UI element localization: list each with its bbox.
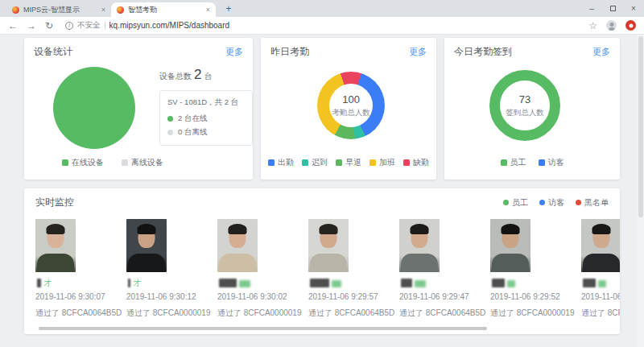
photo-hair <box>592 224 611 234</box>
vertical-scrollbar-thumb[interactable] <box>638 36 643 217</box>
photo-hair <box>229 224 247 234</box>
more-link[interactable]: 更多 <box>592 46 610 58</box>
legend-item[interactable]: 加班 <box>369 157 395 168</box>
extension-badge-icon[interactable] <box>625 20 636 31</box>
panel-realtime-monitor: 实时监控 员工访客黑名单 才 2019-11-06 9:30:07 通过了 8C… <box>24 188 620 334</box>
legend-label: 离线设备 <box>131 157 163 168</box>
legend-swatch <box>369 159 376 166</box>
capture-timestamp: 2019-11-06 9:30:02 <box>217 292 298 301</box>
pass-device-text: 通过了 8CFCA0000019 <box>126 308 207 319</box>
horizontal-scrollbar[interactable] <box>39 327 487 330</box>
info-icon[interactable]: i <box>65 22 73 30</box>
legend-swatch <box>539 159 545 166</box>
legend-swatch <box>62 159 68 166</box>
person-photo <box>217 219 258 272</box>
photo-shoulders <box>128 254 165 272</box>
legend-label: 早退 <box>345 157 361 168</box>
legend-item[interactable]: 访客 <box>539 197 564 209</box>
legend-swatch <box>503 200 509 205</box>
legend-item[interactable]: 在线设备 <box>62 157 104 168</box>
pass-device-text: 通过了 8CFCA0000019 <box>217 308 298 319</box>
capture-card: 2019-11-06 9:30:02 通过了 8CFCA0000019 <box>217 219 298 319</box>
device-total-unit: 台 <box>204 72 212 81</box>
more-link[interactable]: 更多 <box>409 46 427 58</box>
pass-device-text: 通过了 8CFCA0000019 <box>490 308 571 319</box>
person-name-text: 才 <box>43 279 52 287</box>
legend-swatch <box>336 159 342 166</box>
photo-hair <box>47 224 65 234</box>
site-favicon <box>12 6 19 14</box>
tab-smart-attendance[interactable]: 智慧考勤 × <box>111 2 216 17</box>
panel-header: 今日考勤签到 更多 <box>444 38 620 60</box>
legend-label: 访客 <box>548 157 564 168</box>
legend-item[interactable]: 黑名单 <box>576 197 609 209</box>
tab-title: 智慧考勤 <box>128 5 203 15</box>
address-bar[interactable]: i 不安全 kq.mipsyun.com/MIPS/dashboard <box>65 20 229 31</box>
panel-title: 昨日考勤 <box>270 45 309 59</box>
browser-toolbar: ← → ↻ i 不安全 kq.mipsyun.com/MIPS/dashboar… <box>0 17 644 35</box>
legend-item[interactable]: 早退 <box>336 157 361 168</box>
toolbar-right: ☆ <box>588 20 636 31</box>
person-name: 才 <box>126 277 207 287</box>
status-dot-icon <box>167 130 173 135</box>
reload-button[interactable]: ↻ <box>45 21 53 31</box>
legend-item[interactable]: 迟到 <box>302 157 328 168</box>
device-total-value: 2 <box>194 67 201 82</box>
vertical-scrollbar-track[interactable] <box>637 35 644 347</box>
tab-close-icon[interactable]: × <box>101 6 105 14</box>
legend-swatch <box>268 159 275 166</box>
site-favicon <box>117 6 124 14</box>
photo-shoulders <box>310 254 347 272</box>
tab-title: MIPS云-智慧显示 <box>23 5 98 15</box>
close-button[interactable]: × <box>623 0 644 17</box>
legend-item[interactable]: 离线设备 <box>122 157 163 168</box>
name-redaction-blur-green <box>598 280 606 287</box>
capture-card-list: 才 2019-11-06 9:30:07 通过了 8CFCA0064B5D 才 … <box>24 211 620 319</box>
legend-item[interactable]: 缺勤 <box>403 157 429 168</box>
legend-item[interactable]: 出勤 <box>268 157 294 168</box>
name-redaction-blur <box>219 279 237 287</box>
profile-avatar-icon[interactable] <box>606 20 617 31</box>
name-redaction-blur-green <box>507 280 515 287</box>
maximize-button[interactable] <box>602 0 623 17</box>
legend-item[interactable]: 访客 <box>539 157 564 168</box>
device-status-row: 2 台在线 <box>167 114 245 124</box>
status-label: 0 台离线 <box>178 127 207 138</box>
legend-label: 缺勤 <box>413 157 429 168</box>
more-link[interactable]: 更多 <box>225 46 243 58</box>
name-redaction-blur <box>310 279 329 287</box>
name-redaction-blur <box>492 279 505 287</box>
back-button[interactable]: ← <box>8 21 18 31</box>
tab-close-icon[interactable]: × <box>206 6 210 14</box>
panel-title: 设备统计 <box>34 45 72 59</box>
device-legend: 在线设备离线设备 <box>24 157 201 168</box>
person-name <box>399 277 480 287</box>
photo-hair <box>502 224 520 234</box>
forward-button[interactable]: → <box>27 21 36 31</box>
photo-shoulders <box>401 254 438 272</box>
signin-legend: 员工访客 <box>444 157 620 168</box>
legend-swatch <box>302 159 308 166</box>
bookmark-star-icon[interactable]: ☆ <box>588 20 597 31</box>
name-redaction-blur-green <box>332 280 341 287</box>
capture-card: 才 2019-11-06 9:30:12 通过了 8CFCA0000019 <box>126 219 207 319</box>
person-name <box>217 277 298 287</box>
new-tab-button[interactable]: + <box>222 3 235 14</box>
capture-card: 才 2019-11-06 9:30:07 通过了 8CFCA0064B5D <box>35 219 116 319</box>
device-model-line: SV - 1081D，共 2 台 <box>167 97 245 108</box>
minimize-button[interactable]: – <box>581 0 602 17</box>
attendance-total-label: 考勤总人数 <box>317 108 385 118</box>
capture-card: 2019-11-06 通过了 8CF <box>581 219 620 319</box>
person-photo <box>35 219 76 272</box>
person-name <box>308 277 389 287</box>
tab-mips-display[interactable]: MIPS云-智慧显示 × <box>6 2 111 17</box>
tab-bar: MIPS云-智慧显示 × 智慧考勤 × + – × <box>0 0 644 17</box>
legend-swatch <box>403 159 410 166</box>
panel-device-statistics: 设备统计 更多 设备总数2台 SV - 1081D，共 2 台 2 台在线0 台… <box>24 38 253 180</box>
address-divider <box>105 22 105 30</box>
panel-title: 今日考勤签到 <box>454 45 512 59</box>
name-redaction-blur <box>583 279 596 287</box>
legend-item[interactable]: 员工 <box>501 157 526 168</box>
photo-shoulders <box>492 254 529 272</box>
legend-item[interactable]: 员工 <box>503 197 528 209</box>
